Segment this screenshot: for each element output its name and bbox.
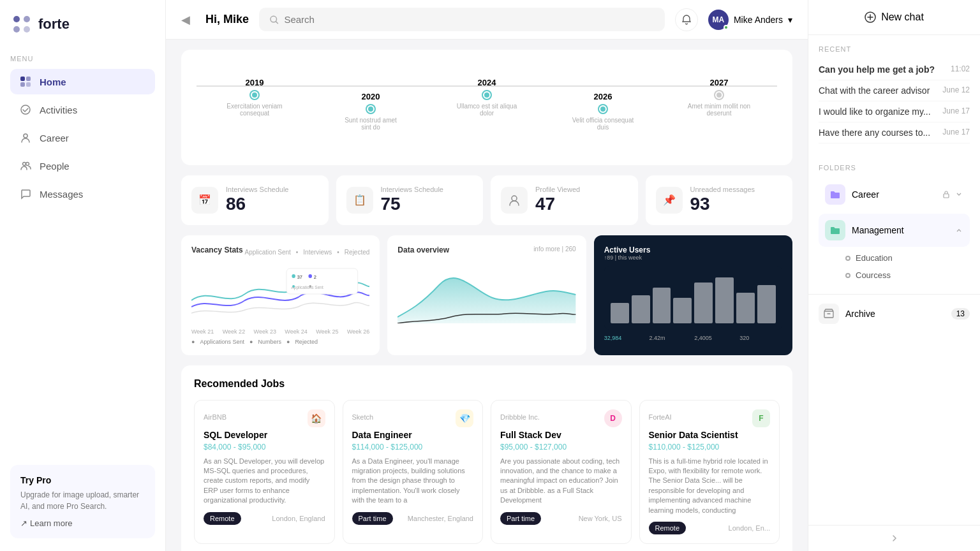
year-2026: 2026 [594,92,612,101]
job-company-1: Sketch [352,413,374,421]
chat-time-0: 11:02 [951,64,970,73]
active-users-title: Active Users [604,246,782,254]
stat-card-3: 📌 Unreaded messages 93 [646,175,793,225]
sub-item-education[interactable]: Education [819,249,970,267]
job-desc-2: Are you passionate about coding, tech in… [500,457,622,506]
sub-item-courcess[interactable]: Courcess [819,267,970,284]
svg-point-13 [512,196,517,201]
user-info[interactable]: MA Mike Anders ▾ [708,10,792,30]
job-card-2[interactable]: Dribbble Inc. D Full Stack Dev $95,000 -… [491,400,632,544]
stat-info-2: Profile Viewed 47 [535,186,580,215]
collapse-button[interactable]: ◀ [181,13,190,27]
learn-more-link[interactable]: ↗ Learn more [20,518,145,528]
sidebar-item-messages[interactable]: Messages [10,181,155,207]
year-2024: 2024 [478,78,496,87]
job-card-0[interactable]: AirBNB 🏠 SQL Developer $84,000 - $95,000… [194,400,335,544]
lock-icon [942,190,951,199]
bar-chart-area [604,266,782,330]
chat-item-3[interactable]: Have there any courses to... June 17 [819,122,970,143]
job-footer-1: Part time Manchester, England [352,512,474,525]
sidebar-bottom: Try Pro Upgrade for image upload, smarte… [10,465,155,538]
bar-2 [632,295,650,323]
job-location-1: Manchester, England [408,515,473,522]
right-panel: New chat RECENT Can you help me get a jo… [808,0,980,551]
bar-1 [611,303,629,323]
chat-item-0[interactable]: Can you help me get a job? 11:02 [819,59,970,80]
stat-value-0: 86 [226,193,288,215]
folder-career-actions [942,190,963,199]
svg-rect-4 [20,77,25,81]
job-footer-2: Part time New York, US [500,512,622,525]
sub-label-courcess: Courcess [856,270,891,280]
stat-value-3: 93 [690,193,755,215]
sub-dot-education [845,256,850,261]
folder-career[interactable]: Career [819,178,970,211]
job-card-3[interactable]: ForteAI F Senior Data Scientist $110,000… [639,400,780,544]
job-location-3: London, En... [729,524,770,532]
active-users-subtitle: ↑89 | this week [604,254,782,261]
chat-text-3: Have there any courses to... [819,128,937,138]
chevron-right-icon [889,533,900,543]
archive-item[interactable]: Archive 13 [808,294,980,333]
stat-icon-3: 📌 [656,187,683,214]
chat-item-2[interactable]: I would like to organize my... June 17 [819,101,970,122]
job-company-2: Dribbble Inc. [500,413,540,421]
job-tag-0: Remote [204,512,241,525]
job-footer-0: Remote London, England [204,512,325,525]
bar-4 [673,298,692,323]
stat-card-0: 📅 Interviews Schedule 86 [181,175,329,225]
topbar-right: MA Mike Anders ▾ [675,8,792,31]
search-icon [269,15,279,25]
sidebar-item-people[interactable]: People [10,153,155,179]
messages-icon [19,187,32,200]
expand-button[interactable] [808,525,980,551]
chevron-down-icon-career [954,190,963,199]
vacancy-stats-card: Vacancy Stats Application Sent•Interview… [181,235,380,355]
dot-2024 [483,91,491,99]
data-overview-subtitle: info more | 260 [533,246,576,260]
vacancy-legend: ●Applications Sent ●Numbers ●Rejected [191,339,369,345]
job-location-0: London, England [272,515,325,522]
sidebar-item-career[interactable]: Career [10,125,155,151]
search-bar[interactable] [259,8,665,31]
svg-point-8 [21,105,30,114]
data-overview-title: Data overview [397,246,449,254]
svg-text:2: 2 [314,274,316,279]
jobs-grid: AirBNB 🏠 SQL Developer $84,000 - $95,000… [194,400,780,544]
active-users-stats: 32,984 2.42m 2,4005 320 [604,335,782,341]
active-users-card: Active Users ↑89 | this week 32,984 2.42… [594,235,792,355]
chat-item-1[interactable]: Chat with the career advisor June 12 [819,80,970,101]
stat-icon-2 [501,187,528,214]
sidebar-item-people-label: People [40,161,70,172]
chat-text-0: Can you help me get a job? [819,64,946,75]
year-2019: 2019 [246,78,264,87]
dot-2019 [251,91,258,99]
dot-2020 [367,105,375,113]
stat-value-1: 75 [381,193,443,215]
folder-management[interactable]: Management [819,214,970,247]
vacancy-xaxis: Week 21Week 22Week 23Week 24Week 25Week … [191,328,369,335]
jobs-section: Recomended Jobs AirBNB 🏠 SQL Developer $… [181,365,792,551]
job-card-1[interactable]: Sketch 💎 Data Engineer $114,000 - $125,0… [343,400,484,544]
main-area: ◀ Hi, Mike MA Mike Anders ▾ [166,0,808,551]
activities-icon [19,103,32,116]
sidebar-item-home[interactable]: Home [10,69,155,94]
stat-card-1: 📋 Interviews Schedule 75 [336,175,484,225]
job-location-2: New York, US [579,515,622,522]
svg-rect-14 [286,268,358,294]
svg-point-21 [309,285,311,288]
stat-320: 320 [739,335,782,341]
archive-count: 13 [951,308,970,320]
sidebar-item-activities[interactable]: Activities [10,97,155,122]
job-salary-0: $84,000 - $95,000 [204,443,325,452]
home-icon [19,75,32,88]
job-desc-0: As an SQL Developer, you will develop MS… [204,457,325,506]
search-input[interactable] [284,14,655,25]
timeline-item-2024: 2024 Ullamco est sit aliqua dolor [429,78,545,117]
folder-career-icon [825,184,845,205]
new-chat-button[interactable]: New chat [808,0,980,35]
chat-text-1: Chat with the career advisor [819,85,937,96]
folder-management-label: Management [852,225,948,235]
folders-section: FOLDERS Career Management Education [808,154,980,294]
notification-button[interactable] [675,8,698,31]
